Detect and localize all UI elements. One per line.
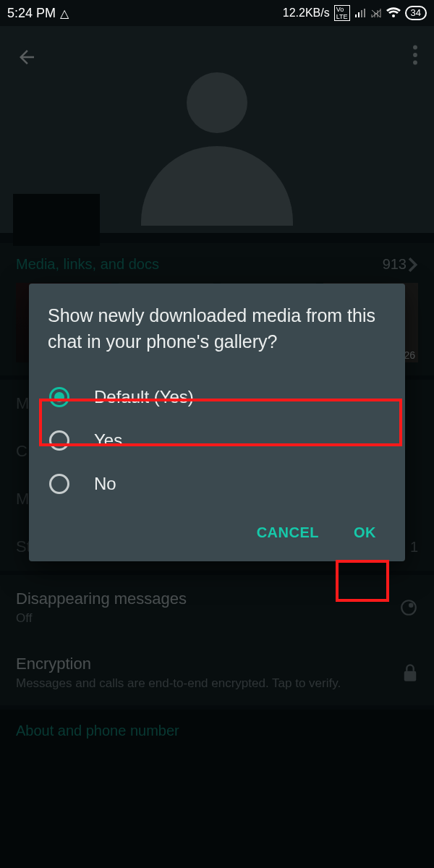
battery-indicator: 34 [405,6,427,20]
radio-selected-icon [49,387,69,407]
wifi-icon [386,7,401,19]
cancel-button[interactable]: CANCEL [247,517,329,548]
status-time: 5:24 PM [7,6,56,21]
option-no[interactable]: No [48,464,386,504]
dialog-title: Show newly downloaded media from this ch… [48,302,386,355]
volte-icon: VoLTE [334,5,350,21]
signal-icon [354,8,366,18]
ok-button[interactable]: OK [344,517,386,548]
option-yes[interactable]: Yes [48,420,386,461]
net-speed: 12.2KB/s [283,7,330,20]
option-label: No [94,474,116,494]
option-default[interactable]: Default (Yes) [48,377,386,417]
option-label: Default (Yes) [94,387,194,407]
option-label: Yes [94,430,122,451]
media-visibility-dialog: Show newly downloaded media from this ch… [29,284,405,561]
status-bar: 5:24 PM △ 12.2KB/s VoLTE 34 [0,0,434,26]
radio-icon [49,474,69,494]
signal2-icon [370,8,382,18]
radio-icon [49,430,69,451]
warning-icon: △ [60,7,69,20]
